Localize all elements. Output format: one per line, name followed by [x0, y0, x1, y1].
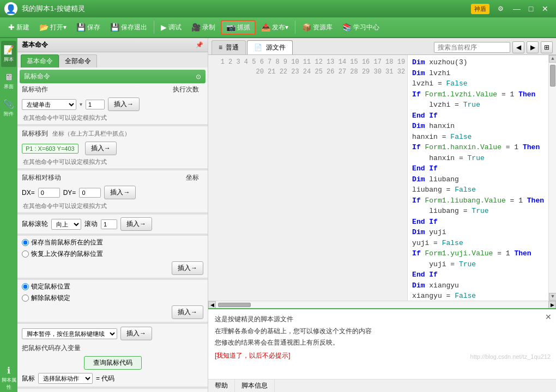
grid-button[interactable]: ⊞ — [541, 41, 553, 53]
open-button[interactable]: 📂 打开 ▾ — [35, 21, 71, 34]
open-icon: 📂 — [39, 23, 49, 32]
help-line-3: 您修改的结果将会在普通视图上有所反映。 — [215, 337, 549, 349]
resource-icon: 📦 — [302, 23, 311, 32]
h-scroll-thumb[interactable] — [218, 303, 251, 307]
collapse-icon[interactable]: ⊙ — [196, 73, 201, 81]
mouse-code-row: 鼠标 选择鼠标动作 = 代码 — [17, 371, 208, 385]
dx-input[interactable] — [38, 188, 60, 198]
divider-7 — [17, 387, 208, 389]
attach-icon: 📎 — [3, 99, 14, 109]
mouse-action-sel[interactable]: 选择鼠标动作 — [38, 373, 93, 384]
save-exit-button[interactable]: 💾 保存退出 — [106, 21, 152, 34]
insert-scroll-button[interactable]: 插入→ — [120, 217, 152, 231]
record-button[interactable]: 🎥 录制 — [187, 21, 220, 34]
insert-mouse-action-button[interactable]: 插入→ — [108, 97, 140, 111]
help-watermark: http://blog.csdn.net/tz_1qu212 — [470, 353, 551, 360]
sidebar-item-attach[interactable]: 📎 附件 — [1, 95, 16, 121]
study-button[interactable]: 📚 学习中心 — [338, 21, 384, 34]
mouse-action-select[interactable]: 左键单击 右键单击 双击 — [22, 99, 76, 110]
capture-button[interactable]: 📷 抓抓 — [221, 20, 256, 35]
tab-normal[interactable]: ≡ 普通 — [211, 40, 246, 54]
eq-label: = 代码 — [96, 374, 114, 383]
h-scrollbar[interactable]: ◀ ▶ — [208, 301, 556, 308]
pause-row: 脚本暂停，按任意鼠标键继续 插入→ — [17, 325, 208, 342]
insert-lock-pos-button[interactable]: 插入→ — [172, 305, 203, 319]
save-pos-radio[interactable] — [22, 239, 29, 246]
sidebar-item-screen[interactable]: 🖥 界面 — [1, 68, 16, 94]
tab-script-info[interactable]: 脚本信息 — [235, 379, 275, 392]
left-panel: 基本命令 📌 基本命令 全部命令 鼠标命令 ⊙ 鼠标动作 执行次数 — [17, 38, 208, 392]
tab-source[interactable]: 📄 源文件 — [247, 40, 292, 54]
insert-mouse-move-button[interactable]: 插入→ — [85, 142, 117, 155]
lock-pos-radio[interactable] — [22, 283, 29, 290]
tab-basic-commands[interactable]: 基本命令 — [21, 54, 59, 68]
scroll-thumb[interactable] — [550, 65, 555, 87]
save-pos-insert-row: 插入→ — [17, 260, 208, 277]
help-close-button[interactable]: ✕ — [545, 313, 552, 321]
query-code-button[interactable]: 查询鼠标代码 — [84, 356, 142, 370]
pin-icon[interactable]: 📌 — [196, 41, 203, 48]
code-content[interactable]: Dim xuzhou(3) Dim lvzhi lvzhi = False If… — [408, 55, 548, 301]
mouse-rel-controls: DX= DY= 插入→ — [17, 184, 208, 201]
divider-5 — [17, 278, 208, 280]
settings-icon[interactable]: ⚙ — [495, 3, 506, 14]
editor-scrollbar[interactable]: ▲ ▼ — [548, 55, 556, 301]
toolbar: ✚ 新建 📂 打开 ▾ 💾 保存 💾 保存退出 ▶ 调试 🎥 录制 📷 抓抓 📤… — [0, 17, 556, 38]
dy-input[interactable] — [79, 188, 101, 198]
sidebar-label-props: 脚本属性 — [1, 377, 16, 391]
editor-tabs: ≡ 普通 📄 源文件 ◀ ▶ ⊞ — [208, 38, 556, 55]
divider-2 — [17, 168, 208, 170]
mouse-action-controls: 左键单击 右键单击 双击 ▾ 插入→ — [17, 96, 208, 113]
tab-help[interactable]: 帮助 — [208, 379, 235, 392]
scroll-up-button[interactable]: ▲ — [549, 55, 556, 63]
insert-rel-move-button[interactable]: 插入→ — [104, 186, 136, 199]
right-panel: ≡ 普通 📄 源文件 ◀ ▶ ⊞ 1 2 3 4 5 6 7 8 9 10 11… — [208, 38, 556, 392]
mouse-move-label: 鼠标移到 — [22, 129, 48, 138]
coord2-label: 坐标 — [186, 173, 199, 182]
source-tab-icon: 📄 — [254, 44, 262, 51]
window-title: 我的脚本1-按键精灵 — [22, 4, 471, 14]
unlock-pos-radio[interactable] — [22, 295, 29, 302]
panel-tabs: 基本命令 全部命令 — [17, 52, 208, 68]
hint-mouse-move: 在其他命令中可以设定模拟方式 — [17, 157, 208, 167]
minimize-button[interactable]: — — [510, 2, 523, 15]
nav-next-button[interactable]: ▶ — [527, 41, 539, 53]
tab-all-commands[interactable]: 全部命令 — [59, 54, 97, 68]
insert-save-pos-button[interactable]: 插入→ — [172, 261, 203, 275]
unlock-pos-row: 解除鼠标锁定 — [17, 292, 208, 304]
code-editor[interactable]: 1 2 3 4 5 6 7 8 9 10 11 12 13 14 15 16 1… — [208, 55, 556, 301]
divider-4 — [17, 234, 208, 236]
lock-pos-label: 锁定鼠标位置 — [31, 282, 70, 291]
capture-icon: 📷 — [226, 23, 235, 32]
scroll-down-button[interactable]: ▼ — [549, 293, 556, 301]
insert-pause-button[interactable]: 插入→ — [120, 327, 152, 340]
unlock-pos-label: 解除鼠标锁定 — [31, 293, 70, 303]
scroll-steps-input[interactable] — [101, 219, 117, 229]
new-icon: ✚ — [8, 23, 15, 32]
h-scroll-right[interactable]: ▶ — [548, 301, 556, 309]
publish-button[interactable]: 📤 发布 ▾ — [257, 21, 293, 34]
debug-button[interactable]: ▶ 调试 — [156, 21, 186, 34]
nav-prev-button[interactable]: ◀ — [512, 41, 524, 53]
title-bar: 👤 我的脚本1-按键精灵 神盾 ⚙ — □ ✕ — [0, 0, 556, 17]
restore-pos-radio[interactable] — [22, 250, 29, 258]
new-button[interactable]: ✚ 新建 — [4, 21, 34, 34]
resource-button[interactable]: 📦 资源库 — [298, 21, 337, 34]
divider-6 — [17, 322, 208, 324]
mouse-action-row: 鼠标动作 执行次数 — [17, 83, 208, 96]
screen-icon: 🖥 — [4, 72, 13, 82]
pause-select[interactable]: 脚本暂停，按任意鼠标键继续 — [22, 328, 117, 339]
help-panel-tabs: 帮助 脚本信息 — [208, 379, 556, 392]
search-input[interactable] — [434, 42, 510, 53]
close-button[interactable]: ✕ — [539, 2, 552, 15]
record-icon: 🎥 — [191, 23, 201, 32]
scroll-dir-select[interactable]: 向上 向下 — [51, 219, 81, 230]
line-numbers: 1 2 3 4 5 6 7 8 9 10 11 12 13 14 15 16 1… — [208, 55, 408, 301]
exec-count-input[interactable] — [86, 100, 105, 109]
save-button[interactable]: 💾 保存 — [72, 21, 105, 34]
sidebar-label-screen: 界面 — [4, 83, 14, 90]
h-scroll-left[interactable]: ◀ — [208, 301, 216, 309]
sidebar-item-script[interactable]: 📝 脚本 — [1, 41, 16, 67]
sidebar-item-props[interactable]: ℹ 脚本属性 — [1, 365, 16, 391]
maximize-button[interactable]: □ — [524, 2, 537, 15]
